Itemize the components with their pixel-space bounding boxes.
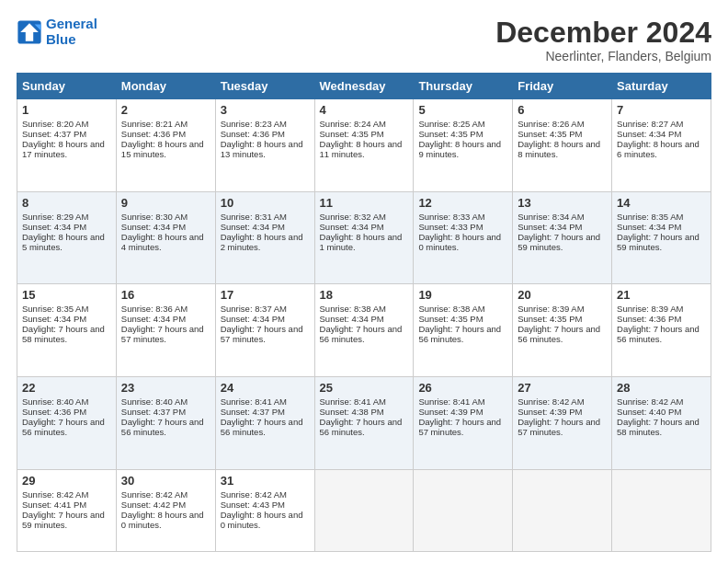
calendar-row-4: 22Sunrise: 8:40 AMSunset: 4:36 PMDayligh… xyxy=(17,377,711,470)
empty-cell-4 xyxy=(612,469,711,551)
day-2: 2Sunrise: 8:21 AMSunset: 4:36 PMDaylight… xyxy=(116,99,215,192)
day-17: 17Sunrise: 8:37 AMSunset: 4:34 PMDayligh… xyxy=(215,284,314,377)
day-23: 23Sunrise: 8:40 AMSunset: 4:37 PMDayligh… xyxy=(116,377,215,470)
day-8: 8Sunrise: 8:29 AMSunset: 4:34 PMDaylight… xyxy=(17,191,117,284)
day-29: 29Sunrise: 8:42 AMSunset: 4:41 PMDayligh… xyxy=(17,469,117,551)
empty-cell-1 xyxy=(314,469,414,551)
calendar-row-1: 1Sunrise: 8:20 AMSunset: 4:37 PMDaylight… xyxy=(17,99,711,192)
day-1: 1Sunrise: 8:20 AMSunset: 4:37 PMDaylight… xyxy=(17,99,117,192)
day-6: 6Sunrise: 8:26 AMSunset: 4:35 PMDaylight… xyxy=(513,99,612,192)
col-saturday: Saturday xyxy=(612,74,711,99)
day-9: 9Sunrise: 8:30 AMSunset: 4:34 PMDaylight… xyxy=(116,191,215,284)
empty-cell-3 xyxy=(513,469,612,551)
col-thursday: Thursday xyxy=(414,74,513,99)
calendar-row-5: 29Sunrise: 8:42 AMSunset: 4:41 PMDayligh… xyxy=(17,469,711,551)
location: Neerlinter, Flanders, Belgium xyxy=(495,49,711,63)
col-sunday: Sunday xyxy=(17,74,117,99)
day-15: 15Sunrise: 8:35 AMSunset: 4:34 PMDayligh… xyxy=(17,284,117,377)
day-21: 21Sunrise: 8:39 AMSunset: 4:36 PMDayligh… xyxy=(612,284,711,377)
header: General Blue December 2024 Neerlinter, F… xyxy=(17,17,711,63)
calendar-header-row: Sunday Monday Tuesday Wednesday Thursday… xyxy=(17,74,711,99)
logo: General Blue xyxy=(17,17,97,47)
col-wednesday: Wednesday xyxy=(314,74,414,99)
day-24: 24Sunrise: 8:41 AMSunset: 4:37 PMDayligh… xyxy=(215,377,314,470)
month-title: December 2024 xyxy=(495,17,711,49)
col-friday: Friday xyxy=(513,74,612,99)
day-25: 25Sunrise: 8:41 AMSunset: 4:38 PMDayligh… xyxy=(314,377,414,470)
logo-text: General Blue xyxy=(46,17,97,47)
day-27: 27Sunrise: 8:42 AMSunset: 4:39 PMDayligh… xyxy=(513,377,612,470)
col-tuesday: Tuesday xyxy=(215,74,314,99)
day-26: 26Sunrise: 8:41 AMSunset: 4:39 PMDayligh… xyxy=(414,377,513,470)
day-5: 5Sunrise: 8:25 AMSunset: 4:35 PMDaylight… xyxy=(414,99,513,192)
day-10: 10Sunrise: 8:31 AMSunset: 4:34 PMDayligh… xyxy=(215,191,314,284)
day-3: 3Sunrise: 8:23 AMSunset: 4:36 PMDaylight… xyxy=(215,99,314,192)
day-28: 28Sunrise: 8:42 AMSunset: 4:40 PMDayligh… xyxy=(612,377,711,470)
day-16: 16Sunrise: 8:36 AMSunset: 4:34 PMDayligh… xyxy=(116,284,215,377)
day-31: 31Sunrise: 8:42 AMSunset: 4:43 PMDayligh… xyxy=(215,469,314,551)
day-20: 20Sunrise: 8:39 AMSunset: 4:35 PMDayligh… xyxy=(513,284,612,377)
empty-cell-2 xyxy=(414,469,513,551)
calendar-table: Sunday Monday Tuesday Wednesday Thursday… xyxy=(17,73,711,552)
day-7: 7Sunrise: 8:27 AMSunset: 4:34 PMDaylight… xyxy=(612,99,711,192)
col-monday: Monday xyxy=(116,74,215,99)
calendar-row-3: 15Sunrise: 8:35 AMSunset: 4:34 PMDayligh… xyxy=(17,284,711,377)
day-4: 4Sunrise: 8:24 AMSunset: 4:35 PMDaylight… xyxy=(314,99,414,192)
title-section: December 2024 Neerlinter, Flanders, Belg… xyxy=(495,17,711,63)
day-22: 22Sunrise: 8:40 AMSunset: 4:36 PMDayligh… xyxy=(17,377,117,470)
day-19: 19Sunrise: 8:38 AMSunset: 4:35 PMDayligh… xyxy=(414,284,513,377)
day-11: 11Sunrise: 8:32 AMSunset: 4:34 PMDayligh… xyxy=(314,191,414,284)
page: General Blue December 2024 Neerlinter, F… xyxy=(0,0,728,563)
day-30: 30Sunrise: 8:42 AMSunset: 4:42 PMDayligh… xyxy=(116,469,215,551)
day-12: 12Sunrise: 8:33 AMSunset: 4:33 PMDayligh… xyxy=(414,191,513,284)
day-18: 18Sunrise: 8:38 AMSunset: 4:34 PMDayligh… xyxy=(314,284,414,377)
logo-icon xyxy=(17,19,42,45)
day-14: 14Sunrise: 8:35 AMSunset: 4:34 PMDayligh… xyxy=(612,191,711,284)
day-13: 13Sunrise: 8:34 AMSunset: 4:34 PMDayligh… xyxy=(513,191,612,284)
calendar-row-2: 8Sunrise: 8:29 AMSunset: 4:34 PMDaylight… xyxy=(17,191,711,284)
